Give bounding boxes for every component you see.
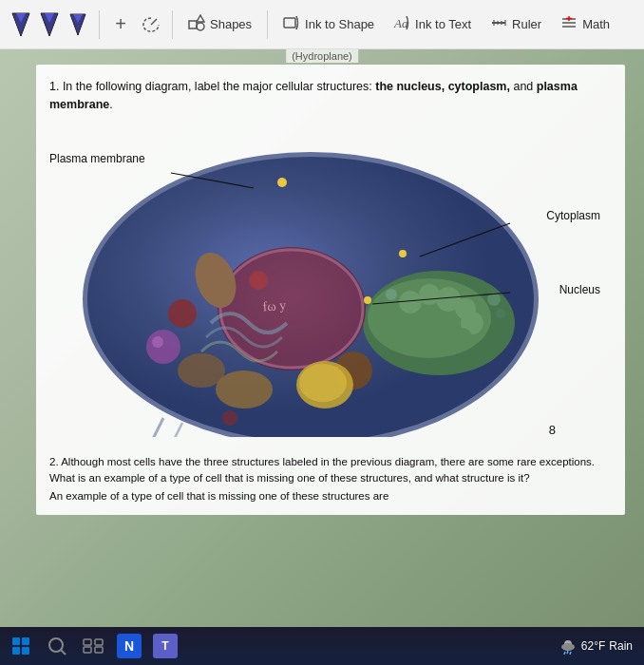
pen-tool-2[interactable] — [36, 11, 63, 38]
teams-app-button[interactable]: T — [148, 629, 182, 663]
divider-2 — [172, 10, 173, 39]
nucleus-label: Nucleus — [559, 283, 600, 296]
svg-line-6 — [151, 19, 157, 25]
shapes-button[interactable]: Shapes — [180, 10, 259, 38]
pen-tool-3[interactable] — [65, 11, 91, 38]
ink-to-text-button[interactable]: Aa Ink to Text — [386, 10, 479, 38]
task-view-button[interactable] — [76, 629, 110, 663]
svg-text:Aa: Aa — [393, 16, 408, 30]
taskbar: N T 62°F Rain — [0, 627, 644, 665]
svg-text:fω y: fω y — [262, 297, 287, 314]
ink-to-shape-icon — [283, 14, 300, 34]
cell-illustration: fω y — [68, 133, 562, 437]
ink-to-text-icon: Aa — [393, 14, 410, 34]
svg-point-26 — [399, 291, 422, 314]
ruler-button[interactable]: Ruler — [483, 10, 549, 38]
answer-2-text: An example of a type of cell that is mis… — [49, 490, 608, 502]
shapes-icon — [188, 14, 205, 34]
start-button[interactable] — [4, 629, 38, 663]
search-button[interactable] — [40, 629, 74, 663]
svg-point-48 — [152, 336, 163, 348]
svg-point-50 — [496, 309, 505, 318]
lasso-tool[interactable] — [138, 11, 164, 38]
svg-point-33 — [410, 328, 429, 347]
page-number: 8 — [549, 423, 556, 437]
temperature-display: 62°F — [581, 639, 605, 653]
svg-point-65 — [561, 643, 575, 651]
svg-line-67 — [567, 651, 568, 654]
svg-point-41 — [168, 299, 197, 328]
word-app-button[interactable]: N — [112, 629, 146, 663]
ink-to-shape-button[interactable]: Ink to Shape — [275, 10, 382, 38]
word-icon: N — [117, 634, 142, 658]
svg-point-56 — [399, 250, 407, 257]
svg-line-59 — [61, 650, 66, 655]
math-icon — [560, 14, 578, 34]
svg-rect-10 — [284, 18, 295, 28]
svg-point-32 — [433, 333, 454, 354]
add-button[interactable]: + — [107, 11, 134, 38]
worksheet-background: 1. In the following diagram, label the m… — [0, 49, 644, 627]
search-icon — [47, 636, 66, 656]
content-area: 1. In the following diagram, label the m… — [36, 65, 625, 515]
svg-point-51 — [386, 289, 397, 300]
divider-3 — [267, 10, 268, 39]
weather-icon — [559, 636, 578, 656]
pen-tool-1[interactable] — [8, 11, 34, 38]
shapes-label: Shapes — [210, 17, 252, 31]
weather-condition-display: Rain — [609, 639, 633, 653]
windows-logo-icon — [12, 637, 29, 655]
svg-rect-62 — [84, 647, 91, 653]
question-1-text: 1. In the following diagram, label the m… — [49, 78, 608, 114]
svg-point-58 — [49, 638, 63, 652]
svg-point-44 — [222, 410, 237, 426]
svg-line-66 — [564, 652, 565, 655]
svg-point-42 — [249, 271, 268, 290]
cell-diagram: fω y — [49, 124, 608, 446]
svg-marker-8 — [197, 15, 204, 22]
toolbar: + Shapes Ink to Shape — [0, 0, 644, 49]
ruler-label: Ruler — [512, 17, 541, 31]
question-2-text: 2. Although most cells have the three st… — [49, 454, 608, 487]
ink-to-shape-label: Ink to Shape — [305, 17, 374, 31]
svg-rect-61 — [95, 639, 103, 645]
svg-point-46 — [299, 364, 347, 402]
svg-rect-63 — [95, 647, 103, 653]
svg-line-68 — [570, 652, 571, 655]
svg-point-9 — [197, 23, 204, 30]
ink-to-text-label: Ink to Text — [415, 17, 471, 31]
task-view-icon — [83, 638, 104, 654]
math-button[interactable]: Math — [553, 10, 617, 38]
svg-point-40 — [216, 370, 273, 408]
teams-icon: T — [153, 634, 178, 658]
weather-widget: 62°F Rain — [551, 636, 640, 656]
svg-point-55 — [277, 178, 287, 187]
svg-point-57 — [364, 296, 371, 304]
divider-1 — [99, 10, 100, 39]
svg-point-47 — [146, 330, 180, 364]
cytoplasm-label: Cytoplasm — [546, 209, 600, 222]
math-label: Math — [582, 17, 610, 31]
svg-point-31 — [453, 328, 472, 347]
svg-rect-7 — [189, 21, 197, 28]
main-content: 1. In the following diagram, label the m… — [0, 49, 644, 627]
svg-rect-60 — [84, 639, 91, 645]
ruler-icon — [490, 14, 507, 34]
hydro-label: (Hydroplane) — [286, 49, 358, 63]
pen-tools-group — [8, 11, 91, 38]
plasma-membrane-label: Plasma membrane — [49, 152, 145, 165]
